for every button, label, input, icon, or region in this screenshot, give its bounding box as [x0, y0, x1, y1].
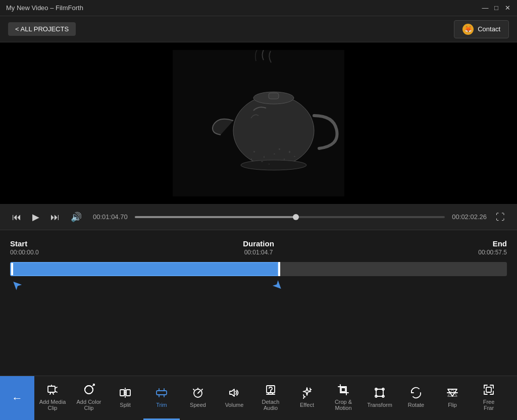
svg-point-41 — [270, 392, 271, 393]
toolbar-item-transform[interactable]: Transform — [361, 376, 398, 420]
toolbar-item-speed[interactable]: Speed — [180, 376, 216, 420]
video-preview — [0, 42, 517, 204]
start-label: Start 00:00:00.0 — [10, 239, 39, 256]
playback-bar: ⏮ ▶ ⏭ 🔊 00:01:04.70 00:02:02.26 ⛶ — [0, 204, 517, 230]
svg-rect-49 — [486, 387, 491, 392]
arrow-right-indicator: ➤ — [270, 277, 287, 294]
close-button[interactable]: ✕ — [504, 5, 511, 12]
rotate-icon — [410, 387, 422, 399]
toolbar-item-crop-motion[interactable]: Crop &Motion — [325, 376, 361, 420]
effect-icon — [301, 387, 313, 399]
svg-rect-6 — [264, 156, 265, 158]
toolbar-item-rotate[interactable]: Rotate — [398, 376, 434, 420]
svg-rect-5 — [253, 151, 255, 152]
contact-button[interactable]: 🦊 Contact — [454, 20, 509, 38]
svg-rect-7 — [274, 153, 275, 154]
content-area — [0, 289, 517, 375]
toolbar-item-flip[interactable]: Flip — [434, 376, 471, 420]
detach-audio-label: DetachAudio — [262, 399, 280, 411]
svg-rect-13 — [251, 159, 252, 160]
svg-point-4 — [241, 160, 306, 170]
duration-label: Duration 00:01:04.7 — [243, 239, 274, 256]
trim-left-handle[interactable] — [11, 263, 13, 275]
svg-rect-12 — [289, 151, 290, 153]
svg-rect-26 — [126, 390, 130, 396]
add-media-clip-label: Add MediaClip — [39, 399, 66, 411]
end-time: 00:00:57.5 — [478, 249, 507, 256]
video-thumbnail — [173, 50, 344, 196]
free-frame-label: FreeFrar — [483, 399, 495, 411]
end-title: End — [478, 239, 507, 248]
toolbar-item-add-media-clip[interactable]: Add MediaClip — [34, 376, 71, 420]
transform-icon — [374, 387, 386, 399]
title-bar-controls: — □ ✕ — [482, 5, 511, 12]
start-title: Start — [10, 239, 39, 248]
detach-audio-icon — [265, 384, 277, 396]
back-button[interactable]: ← — [0, 376, 34, 420]
progress-thumb[interactable] — [293, 214, 299, 220]
svg-point-1 — [233, 95, 314, 166]
flip-icon — [446, 387, 458, 399]
toolbar-item-split[interactable]: Split — [107, 376, 143, 420]
skip-forward-button[interactable]: ⏭ — [48, 212, 62, 223]
duration-time: 00:01:04.7 — [244, 249, 273, 256]
top-bar: < ALL PROJECTS 🦊 Contact — [0, 16, 517, 42]
duration-title: Duration — [243, 239, 274, 248]
volume-label: Volume — [225, 402, 244, 408]
contact-icon: 🦊 — [462, 24, 474, 35]
volume-button[interactable]: 🔊 — [69, 212, 84, 223]
fullscreen-button[interactable]: ⛶ — [494, 212, 507, 223]
toolbar-item-trim[interactable]: Trim — [143, 376, 180, 420]
current-time: 00:01:04.70 — [93, 213, 128, 221]
rotate-label: Rotate — [408, 402, 424, 408]
toolbar-item-free-frame[interactable]: FreeFrar — [471, 376, 507, 420]
trim-icon — [156, 387, 168, 399]
split-label: Split — [120, 402, 130, 408]
add-media-clip-icon — [46, 384, 59, 396]
timeline-selected-region[interactable] — [10, 262, 278, 276]
skip-back-button[interactable]: ⏮ — [10, 212, 23, 223]
svg-point-22 — [85, 386, 93, 394]
all-projects-button[interactable]: < ALL PROJECTS — [8, 22, 76, 36]
svg-marker-36 — [230, 389, 234, 396]
free-frame-icon — [483, 384, 495, 396]
svg-rect-28 — [157, 391, 167, 395]
minimize-button[interactable]: — — [482, 5, 489, 12]
speed-label: Speed — [190, 402, 206, 408]
bottom-toolbar: ← Add MediaClip Add Co — [0, 376, 517, 420]
effect-label: Effect — [300, 402, 314, 408]
toolbar-item-volume[interactable]: Volume — [216, 376, 252, 420]
svg-line-35 — [202, 389, 203, 390]
svg-rect-9 — [261, 161, 263, 162]
add-color-clip-label: Add ColorClip — [77, 399, 101, 411]
contact-label: Contact — [478, 25, 500, 33]
transform-label: Transform — [367, 402, 392, 408]
svg-rect-14 — [294, 156, 295, 157]
play-button[interactable]: ▶ — [30, 212, 41, 223]
timeline-track — [10, 262, 507, 276]
arrow-left-indicator: ➤ — [8, 277, 25, 294]
add-color-clip-icon — [83, 384, 95, 396]
svg-rect-11 — [269, 164, 270, 165]
toolbar-item-add-color-clip[interactable]: Add ColorClip — [71, 376, 107, 420]
flip-label: Flip — [448, 402, 457, 408]
trim-label: Trim — [156, 402, 167, 408]
maximize-button[interactable]: □ — [493, 5, 500, 12]
toolbar-items: Add MediaClip Add ColorClip Split — [34, 376, 517, 420]
trim-labels: Start 00:00:00.0 Duration 00:01:04.7 End… — [10, 239, 507, 256]
crop-motion-icon — [337, 384, 349, 396]
volume-icon — [228, 387, 240, 399]
svg-rect-15 — [48, 386, 55, 392]
split-icon — [119, 387, 131, 399]
progress-bar[interactable] — [135, 216, 445, 218]
toolbar-item-detach-audio[interactable]: DetachAudio — [252, 376, 289, 420]
svg-line-34 — [193, 389, 194, 390]
trim-right-handle[interactable] — [278, 262, 280, 276]
svg-rect-3 — [269, 93, 279, 99]
crop-motion-label: Crop &Motion — [335, 399, 352, 411]
svg-rect-25 — [120, 390, 124, 396]
title-bar-title: My New Video – FilmForth — [6, 4, 83, 12]
svg-rect-8 — [284, 159, 285, 160]
timeline-container[interactable]: ➤ ➤ — [10, 262, 507, 284]
toolbar-item-effect[interactable]: Effect — [289, 376, 325, 420]
